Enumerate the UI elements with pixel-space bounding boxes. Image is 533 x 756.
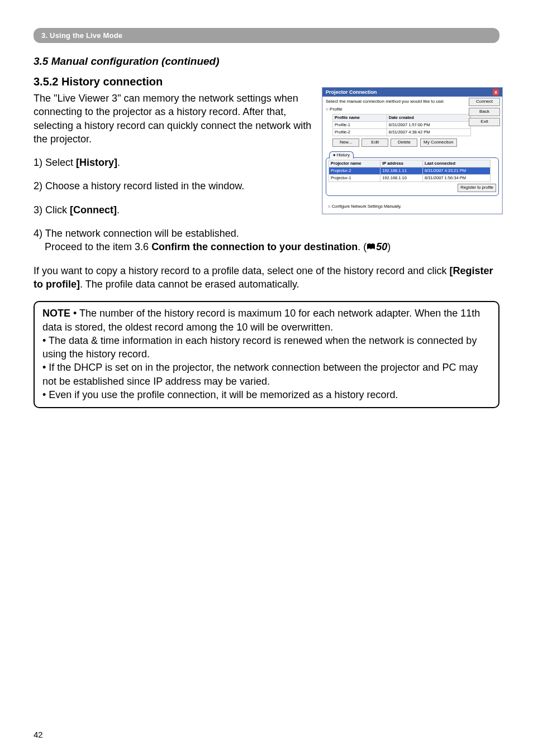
intro-paragraph: The "Live Viewer 3" can memory the netwo… bbox=[34, 92, 318, 146]
new-button[interactable]: New... bbox=[332, 138, 359, 147]
step-1: 1) Select [History]. bbox=[34, 156, 318, 169]
hist-col-last: Last connected bbox=[423, 160, 491, 168]
step3-pre: 3) Click bbox=[34, 204, 70, 216]
step-4: 4) The network connection will be establ… bbox=[34, 227, 499, 254]
dialog-screenshot: Projector Connection x Connect Back Exit… bbox=[322, 87, 503, 214]
cfg-manual-label: Configure Network Settings Manually. bbox=[332, 204, 402, 209]
step4-close: ) bbox=[387, 241, 391, 252]
step3-post: . bbox=[117, 204, 120, 216]
cell: 192.168.1.10 bbox=[380, 175, 423, 182]
note-bullet-4: • Even if you use the profile connection… bbox=[42, 389, 398, 400]
radio-configure-manually[interactable]: ○ Configure Network Settings Manually. bbox=[328, 204, 499, 209]
copy-history-paragraph: If you want to copy a history record to … bbox=[34, 264, 499, 291]
radio-profile-label: Profile bbox=[330, 107, 342, 112]
step4-line2-post: . ( bbox=[358, 241, 367, 252]
edit-button[interactable]: Edit bbox=[361, 138, 388, 147]
my-connection-button[interactable]: My Connection bbox=[420, 138, 457, 147]
step4-line2-pre: Proceed to the item 3.6 bbox=[45, 241, 151, 252]
cell: 8/31/2007 1:57:00 PM bbox=[387, 121, 470, 128]
note-bullet-1: • The number of the history record is ma… bbox=[42, 308, 480, 332]
note-bullet-2: • The data & time information in each hi… bbox=[42, 335, 477, 360]
step1-pre: 1) Select bbox=[34, 157, 76, 168]
cell: Profile-1 bbox=[333, 121, 387, 128]
step4-line1: 4) The network connection will be establ… bbox=[34, 228, 239, 239]
book-icon bbox=[367, 243, 375, 251]
note-bullet-3: • If the DHCP is set on in the projector… bbox=[42, 362, 478, 386]
step4-line2-bold: Confirm the connection to your destinati… bbox=[151, 241, 358, 252]
profile-table: Profile nameDate created Profile-18/31/2… bbox=[332, 114, 471, 136]
step1-bold: [History] bbox=[76, 157, 117, 168]
note-box: NOTE • The number of the history record … bbox=[34, 301, 499, 408]
dialog-instruction: Select the manual connection method you … bbox=[326, 99, 460, 105]
delete-button[interactable]: Delete bbox=[391, 138, 417, 147]
note-label: NOTE bbox=[42, 308, 70, 319]
cell: Profile-2 bbox=[333, 128, 387, 136]
page-number: 42 bbox=[34, 730, 43, 739]
hist-col-ip: IP address bbox=[380, 160, 423, 168]
table-row[interactable]: Profile-28/31/2007 4:38:42 PM bbox=[333, 128, 471, 136]
close-icon[interactable]: x bbox=[493, 89, 499, 95]
breadcrumb: 3. Using the Live Mode bbox=[34, 28, 499, 43]
para2-post: . The profile data cannot be erased auto… bbox=[80, 279, 299, 290]
history-table: Projector nameIP addressLast connected P… bbox=[329, 160, 491, 182]
cell: Projector-2 bbox=[329, 168, 380, 175]
dialog-titlebar: Projector Connection x bbox=[322, 88, 502, 97]
radio-history[interactable]: ● History bbox=[329, 151, 354, 159]
exit-button[interactable]: Exit bbox=[469, 118, 500, 126]
table-row[interactable]: Projector-2192.168.1.118/31/2007 4:33:21… bbox=[329, 168, 491, 175]
connect-button[interactable]: Connect bbox=[469, 98, 500, 106]
dialog-title-text: Projector Connection bbox=[326, 89, 377, 95]
cell: 8/31/2007 4:33:21 PM bbox=[423, 168, 491, 175]
history-box: Projector nameIP addressLast connected P… bbox=[326, 157, 499, 196]
profile-col-date: Date created bbox=[387, 114, 470, 121]
radio-history-label: History bbox=[337, 152, 350, 157]
step4-ref: 50 bbox=[376, 241, 387, 252]
table-row[interactable]: Profile-18/31/2007 1:57:00 PM bbox=[333, 121, 471, 128]
para2-pre: If you want to copy a history record to … bbox=[34, 265, 449, 276]
cell: 192.168.1.11 bbox=[380, 168, 423, 175]
step3-bold: [Connect] bbox=[70, 204, 117, 216]
step-2: 2) Choose a history record listed in the… bbox=[34, 179, 318, 193]
cell: Projector-1 bbox=[329, 175, 380, 182]
section-heading: 3.5 Manual configuration (continued) bbox=[34, 55, 499, 68]
subsection-heading: 3.5.2 History connection bbox=[34, 75, 499, 88]
table-row[interactable]: Projector-1192.168.1.108/31/2007 1:56:34… bbox=[329, 175, 491, 182]
register-to-profile-button[interactable]: Register to profile bbox=[458, 184, 496, 192]
step1-post: . bbox=[117, 157, 120, 168]
cell: 8/31/2007 1:56:34 PM bbox=[423, 175, 491, 182]
profile-col-name: Profile name bbox=[333, 114, 387, 121]
cell: 8/31/2007 4:38:42 PM bbox=[387, 128, 470, 136]
back-button[interactable]: Back bbox=[469, 108, 500, 116]
hist-col-name: Projector name bbox=[329, 160, 380, 168]
